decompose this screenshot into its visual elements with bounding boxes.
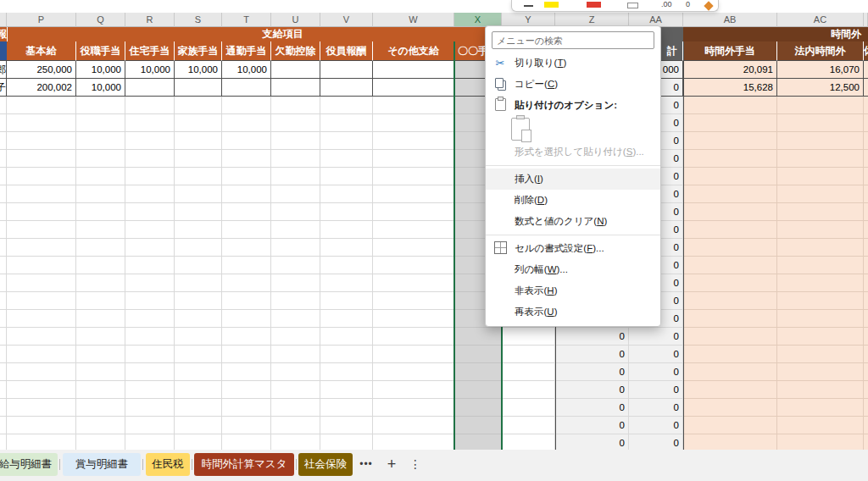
cell-o-row17[interactable] <box>0 346 7 363</box>
cell-w-row20[interactable] <box>373 399 454 417</box>
column-letter-t[interactable]: T <box>222 13 271 27</box>
cell-ad-row5[interactable] <box>864 132 868 150</box>
cell-u-row7[interactable] <box>271 168 320 185</box>
menu-search-input[interactable] <box>492 31 654 49</box>
cell-v-row21[interactable] <box>320 417 373 434</box>
cell-ab-row14[interactable] <box>683 292 777 310</box>
column-letter-p[interactable]: P <box>7 13 76 27</box>
cell-p-row3[interactable] <box>7 97 76 114</box>
cell-r-row14[interactable] <box>125 292 175 310</box>
cell-u-row17[interactable] <box>271 346 320 363</box>
cell-p-row21[interactable] <box>7 417 76 434</box>
cell-v-row4[interactable] <box>320 114 373 132</box>
cell-ab-row12[interactable] <box>683 257 777 274</box>
cell-p-row16[interactable] <box>7 328 76 346</box>
cell-u-row4[interactable] <box>271 114 320 132</box>
cell-w-row5[interactable] <box>373 132 454 150</box>
cell-v-row8[interactable] <box>320 185 373 203</box>
cell-o-row7[interactable] <box>0 168 7 185</box>
cell-ac-row16[interactable] <box>777 328 864 346</box>
cell-ac-row8[interactable] <box>777 185 864 203</box>
cell-z-row22[interactable]: 0 <box>555 434 629 450</box>
cell-y-row21[interactable] <box>502 417 555 434</box>
cell-t-row15[interactable] <box>222 310 271 328</box>
cell-p-row9[interactable] <box>7 203 76 221</box>
cell-z-row16[interactable]: 0 <box>555 328 629 346</box>
cell-t-row18[interactable] <box>222 363 271 381</box>
cell-ab-row5[interactable] <box>683 132 777 150</box>
cell-x-row19[interactable] <box>454 381 502 399</box>
cell-s-row11[interactable] <box>175 239 222 257</box>
cell-r-row7[interactable] <box>125 168 175 185</box>
cell-ac-row17[interactable] <box>777 346 864 363</box>
sheet-tab-2[interactable]: 賞与明細書 <box>63 453 141 476</box>
cell-t-row14[interactable] <box>222 292 271 310</box>
cell-t-row2[interactable] <box>222 79 271 97</box>
cell-ad-row15[interactable] <box>864 310 868 328</box>
sheet-tab-3[interactable]: 住民税 <box>146 453 190 476</box>
cell-v-row16[interactable] <box>320 328 373 346</box>
cell-z-row18[interactable]: 0 <box>555 363 629 381</box>
cell-t-row17[interactable] <box>222 346 271 363</box>
cell-y-row22[interactable] <box>502 434 555 450</box>
cell-q-row18[interactable] <box>76 363 125 381</box>
cell-u-row1[interactable] <box>271 61 320 79</box>
cell-q-row14[interactable] <box>76 292 125 310</box>
cell-r-row12[interactable] <box>125 257 175 274</box>
cell-s-row22[interactable] <box>175 434 222 450</box>
cell-w-row7[interactable] <box>373 168 454 185</box>
cell-w-row11[interactable] <box>373 239 454 257</box>
decimal-icon[interactable]: 0 <box>686 0 690 8</box>
cell-v-row12[interactable] <box>320 257 373 274</box>
cell-w-row14[interactable] <box>373 292 454 310</box>
cell-p-row22[interactable] <box>7 434 76 450</box>
borders-icon[interactable] <box>627 3 638 8</box>
column-letter-s[interactable]: S <box>175 13 222 27</box>
cell-q-row9[interactable] <box>76 203 125 221</box>
cell-y-row16[interactable] <box>502 328 555 346</box>
cell-v-row11[interactable] <box>320 239 373 257</box>
column-letter-ac[interactable]: AC <box>777 13 864 27</box>
cell-ac-row1[interactable]: 16,070 <box>777 61 864 79</box>
cell-ab-row2[interactable]: 15,628 <box>683 79 777 97</box>
cell-ac-row22[interactable] <box>777 434 864 450</box>
cell-t-row22[interactable] <box>222 434 271 450</box>
cell-ab-row16[interactable] <box>683 328 777 346</box>
cell-x-row17[interactable] <box>454 346 502 363</box>
cell-r-row4[interactable] <box>125 114 175 132</box>
header-ab[interactable]: 時間外手当 <box>683 41 777 61</box>
cell-s-row13[interactable] <box>175 274 222 292</box>
cell-ab-row4[interactable] <box>683 114 777 132</box>
cell-w-row18[interactable] <box>373 363 454 381</box>
cell-ad-row10[interactable] <box>864 221 868 239</box>
cell-s-row16[interactable] <box>175 328 222 346</box>
header-ad[interactable]: 休 <box>864 41 868 61</box>
cell-o-row19[interactable] <box>0 381 7 399</box>
cell-r-row11[interactable] <box>125 239 175 257</box>
cell-v-row20[interactable] <box>320 399 373 417</box>
cell-aa-row21[interactable]: 0 <box>629 417 683 434</box>
cell-q-row3[interactable] <box>76 97 125 114</box>
cell-z-row17[interactable]: 0 <box>555 346 629 363</box>
cell-q-row10[interactable] <box>76 221 125 239</box>
cell-ad-row9[interactable] <box>864 203 868 221</box>
menu-item-挿入[interactable]: 挿入(I) <box>486 169 660 190</box>
cell-aa-row19[interactable]: 0 <box>629 381 683 399</box>
column-letter-ab[interactable]: AB <box>683 13 777 27</box>
cell-w-row16[interactable] <box>373 328 454 346</box>
cell-ab-row18[interactable] <box>683 363 777 381</box>
cell-p-row5[interactable] <box>7 132 76 150</box>
cell-s-row17[interactable] <box>175 346 222 363</box>
cell-t-row7[interactable] <box>222 168 271 185</box>
cell-u-row6[interactable] <box>271 150 320 168</box>
cell-p-row19[interactable] <box>7 381 76 399</box>
cell-o-row9[interactable] <box>0 203 7 221</box>
cell-u-row3[interactable] <box>271 97 320 114</box>
cell-ad-row13[interactable] <box>864 274 868 292</box>
cell-s-row14[interactable] <box>175 292 222 310</box>
cell-v-row19[interactable] <box>320 381 373 399</box>
cell-o-row22[interactable] <box>0 434 7 450</box>
cell-r-row17[interactable] <box>125 346 175 363</box>
cell-ad-row14[interactable] <box>864 292 868 310</box>
cell-ac-row7[interactable] <box>777 168 864 185</box>
